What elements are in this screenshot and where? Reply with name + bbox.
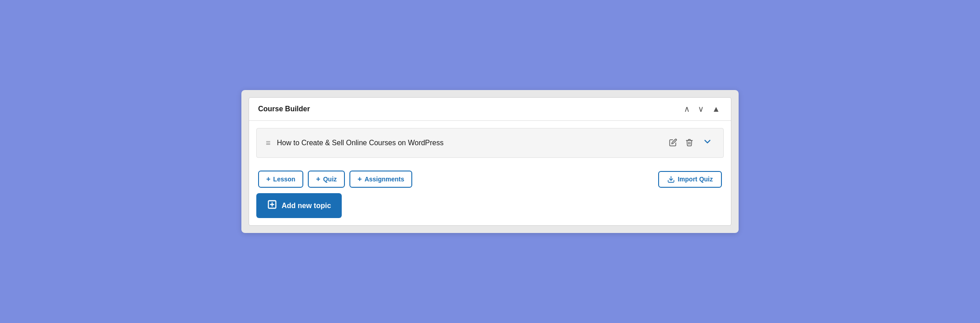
- lesson-button-label: Lesson: [273, 176, 295, 183]
- expand-button[interactable]: ▲: [710, 104, 722, 114]
- panel-title: Course Builder: [258, 105, 310, 113]
- topic-collapse-button[interactable]: [701, 136, 714, 150]
- import-quiz-label: Import Quiz: [678, 176, 713, 183]
- edit-icon: [669, 138, 677, 147]
- plus-icon: +: [316, 175, 320, 183]
- trash-icon: [685, 138, 693, 147]
- chevron-down-icon: [702, 137, 712, 147]
- topic-left: ≡ How to Create & Sell Online Courses on…: [266, 138, 443, 148]
- header-controls: ∧ ∨ ▲: [682, 104, 722, 114]
- plus-icon: +: [266, 175, 270, 183]
- drag-handle-icon[interactable]: ≡: [266, 138, 271, 148]
- panel-body: ≡ How to Create & Sell Online Courses on…: [249, 121, 731, 225]
- delete-topic-button[interactable]: [684, 138, 694, 149]
- topic-actions: + Lesson + Quiz + Assignments: [256, 165, 724, 190]
- add-lesson-button[interactable]: + Lesson: [258, 171, 303, 188]
- add-quiz-button[interactable]: + Quiz: [308, 171, 345, 188]
- edit-topic-button[interactable]: [668, 138, 678, 149]
- course-builder-panel: Course Builder ∧ ∨ ▲ ≡ How to Create & S…: [249, 97, 731, 226]
- topic-right: [668, 136, 714, 150]
- plus-icon: +: [358, 175, 362, 183]
- add-assignments-button[interactable]: + Assignments: [349, 171, 412, 188]
- topic-row: ≡ How to Create & Sell Online Courses on…: [256, 128, 724, 158]
- import-icon: [667, 176, 675, 183]
- add-new-topic-button[interactable]: Add new topic: [256, 193, 342, 218]
- plus-square-icon: [267, 200, 277, 209]
- action-buttons-left: + Lesson + Quiz + Assignments: [258, 171, 412, 188]
- course-builder-container: Course Builder ∧ ∨ ▲ ≡ How to Create & S…: [241, 90, 739, 233]
- import-quiz-button[interactable]: Import Quiz: [658, 171, 722, 188]
- quiz-button-label: Quiz: [323, 176, 337, 183]
- add-topic-label: Add new topic: [282, 202, 331, 210]
- assignments-button-label: Assignments: [364, 176, 404, 183]
- collapse-down-button[interactable]: ∨: [696, 104, 706, 114]
- panel-header: Course Builder ∧ ∨ ▲: [249, 98, 731, 121]
- add-topic-plus-icon: [267, 200, 277, 212]
- collapse-up-button[interactable]: ∧: [682, 104, 692, 114]
- topic-title: How to Create & Sell Online Courses on W…: [277, 139, 444, 147]
